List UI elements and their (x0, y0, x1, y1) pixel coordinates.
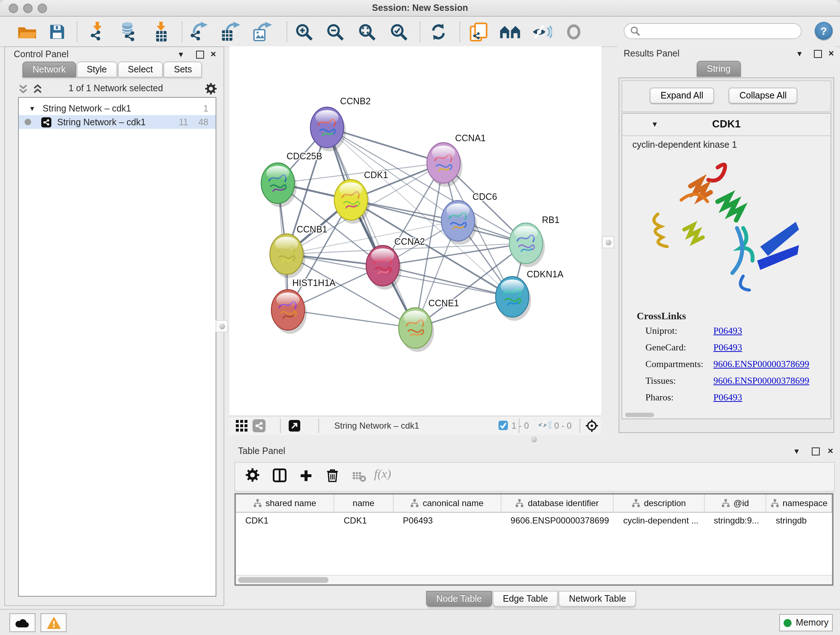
network-node[interactable] (261, 163, 297, 207)
close-panel-icon[interactable]: × (828, 445, 833, 456)
crosslink-link[interactable]: P06493 (714, 342, 742, 358)
table-cell[interactable]: stringdb:9... (704, 513, 767, 529)
cloud-status-button[interactable] (9, 613, 35, 632)
network-node[interactable] (334, 180, 370, 224)
network-edge[interactable] (288, 310, 415, 328)
table-cell[interactable]: CDK1 (236, 513, 334, 529)
import-table-button[interactable] (150, 21, 172, 43)
network-from-file-button[interactable] (467, 21, 489, 43)
panel-menu-icon[interactable]: ▾ (179, 50, 183, 59)
network-view-mode-icon[interactable] (253, 419, 265, 432)
table-cell[interactable]: cyclin-dependent ... (614, 513, 704, 529)
crosslink-link[interactable]: 9606.ENSP00000378699 (714, 375, 809, 392)
tab-style[interactable]: Style (77, 62, 117, 78)
tab-select[interactable]: Select (118, 62, 163, 78)
zoom-fit-button[interactable] (356, 21, 378, 43)
minimize-window-button[interactable] (23, 4, 33, 13)
column-header[interactable]: shared name (236, 494, 334, 512)
delete-column-icon[interactable] (326, 469, 339, 482)
network-node[interactable] (310, 107, 346, 151)
column-header[interactable]: database identifier (501, 494, 614, 512)
delete-table-icon[interactable] (352, 471, 366, 482)
column-header[interactable]: canonical name (393, 494, 501, 512)
network-collection-row[interactable]: ▼ String Network – cdk1 1 (19, 101, 216, 115)
memory-button[interactable]: Memory (779, 614, 833, 631)
network-node[interactable] (441, 201, 477, 245)
gene-card-header[interactable]: ▼ CDK1 (622, 114, 831, 136)
table-hscrollbar[interactable] (236, 575, 832, 584)
network-node[interactable] (399, 308, 434, 352)
table-cell[interactable]: stringdb (767, 513, 832, 529)
crosslink-link[interactable]: P06493 (714, 325, 742, 342)
table-cell[interactable]: 9606.ENSP00000378699 (501, 513, 614, 529)
tab-node-table[interactable]: Node Table (426, 591, 492, 607)
tab-string[interactable]: String (697, 61, 741, 77)
column-header[interactable]: namespace (767, 494, 832, 512)
tab-sets[interactable]: Sets (164, 62, 202, 78)
search-box[interactable] (624, 23, 802, 39)
refresh-layout-button[interactable] (428, 21, 449, 43)
left-splitter-handle[interactable] (216, 320, 228, 333)
right-splitter-handle[interactable] (602, 236, 614, 249)
table-cell[interactable]: CDK1 (334, 513, 393, 529)
help-button[interactable]: ? (815, 22, 833, 40)
open-file-button[interactable] (16, 21, 38, 43)
scrollbar-thumb[interactable] (238, 577, 328, 583)
save-session-button[interactable] (46, 21, 68, 43)
zoom-out-button[interactable] (324, 21, 346, 43)
show-columns-icon[interactable] (273, 469, 286, 482)
zoom-window-button[interactable] (38, 4, 47, 13)
tab-network-table[interactable]: Network Table (559, 591, 636, 607)
collapse-all-button[interactable]: Collapse All (729, 88, 798, 103)
float-panel-icon[interactable] (812, 448, 820, 455)
zoom-selected-button[interactable] (388, 21, 409, 43)
card-scrollbar[interactable] (625, 413, 654, 417)
warnings-button[interactable] (41, 613, 66, 632)
export-table-button[interactable] (219, 21, 241, 43)
network-node[interactable] (366, 245, 401, 290)
hide-selected-button[interactable] (531, 21, 553, 43)
tab-network[interactable]: Network (22, 62, 76, 78)
network-node[interactable] (496, 277, 531, 321)
search-input[interactable] (640, 25, 788, 37)
crosslink-link[interactable]: 9606.ENSP00000378699 (714, 358, 809, 375)
table-cell[interactable]: P06493 (393, 513, 501, 529)
crosslink-link[interactable]: P06493 (714, 392, 742, 409)
expand-all-button[interactable]: Expand All (650, 88, 714, 103)
panel-menu-icon[interactable]: ▾ (797, 49, 802, 58)
zoom-in-button[interactable] (293, 21, 315, 43)
float-panel-icon[interactable] (814, 50, 822, 58)
export-network-button[interactable] (188, 21, 210, 43)
network-node[interactable] (271, 290, 307, 334)
network-row-selected[interactable]: String Network – cdk1 11 48 (19, 115, 216, 129)
tree-expander-icon[interactable]: ▼ (29, 105, 35, 112)
import-database-button[interactable] (118, 21, 140, 43)
hidden-eye-icon[interactable] (538, 420, 551, 430)
column-header[interactable]: description (614, 494, 704, 512)
show-graphics-button[interactable] (563, 21, 584, 43)
column-header[interactable]: @id (704, 494, 767, 512)
panel-menu-icon[interactable]: ▾ (794, 447, 799, 455)
export-image-button[interactable] (251, 21, 273, 43)
grid-view-icon[interactable] (236, 420, 248, 432)
network-node[interactable] (270, 234, 305, 278)
table-row[interactable]: CDK1CDK1P064939606.ENSP00000378699cyclin… (236, 513, 832, 529)
tab-edge-table[interactable]: Edge Table (493, 591, 558, 607)
float-panel-icon[interactable] (196, 51, 204, 59)
network-node[interactable] (509, 223, 545, 267)
group-nodes-button[interactable] (499, 21, 521, 43)
title-bar[interactable]: Session: New Session (0, 0, 840, 17)
table-gear-icon[interactable] (245, 468, 260, 482)
birdseye-view-icon[interactable] (585, 419, 598, 432)
close-panel-icon[interactable]: × (829, 48, 834, 59)
column-header[interactable]: name (334, 494, 393, 512)
close-panel-icon[interactable]: × (210, 49, 216, 59)
detach-view-icon[interactable] (289, 420, 300, 432)
network-edge[interactable] (327, 127, 415, 328)
network-canvas[interactable]: CCNB2CCNA1CDC25BCDK1CDC6RB1CCNB1CCNA2CDK… (229, 46, 601, 416)
import-network-button[interactable] (87, 21, 109, 43)
horizontal-splitter-handle[interactable] (531, 437, 537, 442)
network-node[interactable] (427, 143, 462, 187)
function-builder-icon[interactable]: f(x) (374, 467, 391, 481)
selected-checkbox-icon[interactable] (499, 421, 508, 430)
